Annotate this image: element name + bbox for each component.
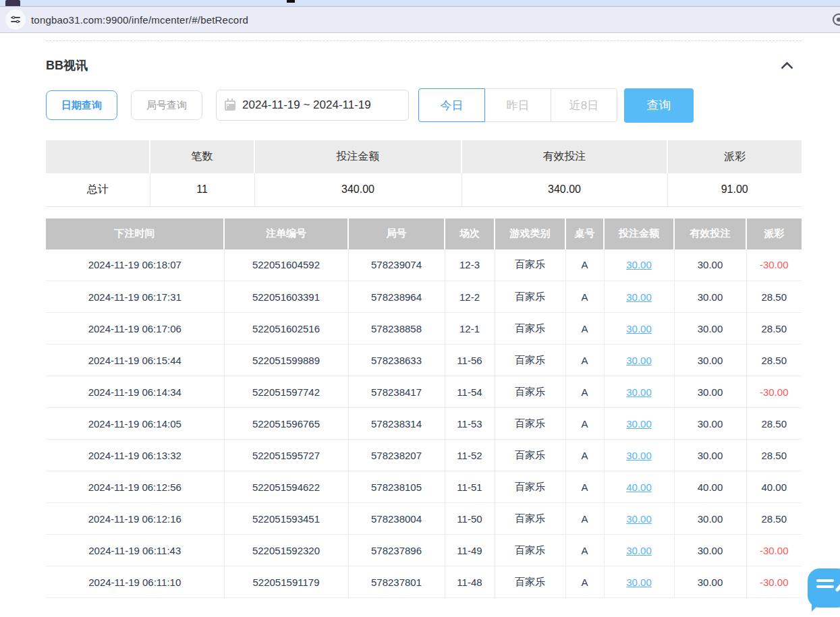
column-header: 注单编号 [224,218,348,249]
bet-amount-link[interactable]: 30.00 [626,545,652,556]
cell-game: 百家乐 [495,535,565,566]
bet-record-page: BB视讯 日期查询 局号查询 2024-11-19 ~ 2024-11-19 今… [0,40,840,598]
site-settings-icon[interactable] [5,9,26,30]
bet-amount-link[interactable]: 30.00 [626,418,652,430]
table-row: 2024-11-19 06:17:31522051603391578238964… [46,281,802,313]
bet-amount-link[interactable]: 30.00 [626,386,652,398]
cell-valid: 40.00 [674,471,746,503]
total-count: 11 [150,173,254,206]
bet-amount-link[interactable]: 30.00 [626,291,652,303]
cell-session: 12-2 [445,281,495,313]
cell-game: 百家乐 [495,471,565,503]
summary-header-payout: 派彩 [667,140,802,173]
reader-mode-icon[interactable] [833,13,840,26]
records-header-row: 下注时间注单编号局号场次游戏类别桌号投注金额有效投注派彩 [46,218,802,249]
table-row: 2024-11-19 06:11:43522051592320578237896… [46,535,802,566]
total-label: 总计 [46,173,150,206]
column-header: 下注时间 [46,218,224,249]
quick-range-last8days-button[interactable]: 近8日 [551,88,617,122]
bet-amount-link[interactable]: 30.00 [626,450,652,461]
cell-game: 百家乐 [495,376,565,408]
table-row: 2024-11-19 06:14:34522051597742578238417… [46,376,802,408]
cell-table: A [565,535,604,566]
cell-round_id: 578237896 [348,535,445,566]
tune-icon [10,14,21,25]
query-mode-date-button[interactable]: 日期查询 [46,90,117,120]
summary-header-row: 笔数 投注金额 有效投注 派彩 [46,140,802,173]
cell-bet: 30.00 [604,566,674,598]
cell-game: 百家乐 [495,566,565,598]
cell-order_id: 522051591179 [224,566,348,598]
cell-table: A [565,566,604,598]
summary-header-bet-amount: 投注金额 [254,140,461,173]
quick-range-group: 今日 昨日 近8日 [418,88,617,122]
cell-payout: 28.50 [746,408,802,440]
search-button[interactable]: 查询 [624,88,694,123]
cell-session: 11-49 [445,535,495,566]
cell-payout: -30.00 [746,376,802,408]
filter-toolbar: 日期查询 局号查询 2024-11-19 ~ 2024-11-19 今日 昨日 … [46,88,802,122]
cell-time: 2024-11-19 06:12:56 [46,471,224,503]
bet-amount-link[interactable]: 40.00 [626,481,652,493]
cell-game: 百家乐 [495,313,565,345]
page-title: BB视讯 [46,57,88,74]
bet-amount-link[interactable]: 30.00 [626,259,652,270]
cell-valid: 30.00 [674,503,746,535]
bet-amount-link[interactable]: 30.00 [626,323,652,334]
cell-payout: -30.00 [746,535,802,566]
table-row: 2024-11-19 06:13:32522051595727578238207… [46,440,802,471]
cell-payout: 28.50 [746,281,802,313]
cell-payout: 28.50 [746,313,802,345]
note-lines-icon [816,579,834,582]
cell-game: 百家乐 [495,503,565,535]
collapse-button[interactable] [780,58,795,73]
query-mode-round-button[interactable]: 局号查询 [131,90,202,120]
bet-amount-link[interactable]: 30.00 [626,513,652,525]
cell-time: 2024-11-19 06:13:32 [46,440,224,471]
cell-order_id: 522051604592 [224,249,348,281]
cell-round_id: 578238105 [348,471,445,503]
cell-payout: -30.00 [746,566,802,598]
table-row: 2024-11-19 06:15:44522051599889578238633… [46,345,802,376]
summary-header-count: 笔数 [150,140,254,173]
browser-url-bar[interactable]: tongbao31.com:9900/infe/mcenter/#/betRec… [0,7,840,33]
cell-session: 11-51 [445,471,495,503]
cell-order_id: 522051594622 [224,471,348,503]
cell-valid: 30.00 [674,249,746,281]
quick-range-yesterday-button[interactable]: 昨日 [484,88,551,122]
cell-game: 百家乐 [495,249,565,281]
cell-time: 2024-11-19 06:12:16 [46,503,224,535]
quick-range-today-button[interactable]: 今日 [418,88,485,122]
total-valid-bet: 340.00 [461,173,667,206]
summary-total-row: 总计 11 340.00 340.00 91.00 [46,173,802,206]
cell-round_id: 578239074 [348,249,445,281]
url-text[interactable]: tongbao31.com:9900/infe/mcenter/#/betRec… [31,14,248,26]
tab-drag-mark [287,0,295,3]
cell-payout: 40.00 [746,471,802,503]
cell-session: 12-3 [445,249,495,281]
cell-order_id: 522051595727 [224,440,348,471]
cell-order_id: 522051599889 [224,345,348,376]
cell-bet: 30.00 [604,313,674,345]
cell-payout: -30.00 [746,249,802,281]
dashed-divider [46,40,802,41]
date-range-picker[interactable]: 2024-11-19 ~ 2024-11-19 [216,90,409,121]
cell-payout: 28.50 [746,440,802,471]
browser-tab-strip [0,0,840,7]
cell-session: 11-52 [445,440,495,471]
cell-order_id: 522051596765 [224,408,348,440]
feedback-float-button[interactable] [808,568,840,608]
cell-payout: 28.50 [746,345,802,376]
cell-session: 11-53 [445,408,495,440]
cell-round_id: 578238314 [348,408,445,440]
pencil-icon [835,579,840,592]
cell-order_id: 522051603391 [224,281,348,313]
cell-bet: 40.00 [604,471,674,503]
bet-amount-link[interactable]: 30.00 [626,577,652,588]
cell-order_id: 522051592320 [224,535,348,566]
column-header: 投注金额 [604,218,674,249]
cell-valid: 30.00 [674,535,746,566]
date-range-value: 2024-11-19 ~ 2024-11-19 [242,98,371,112]
bet-amount-link[interactable]: 30.00 [626,355,652,366]
cell-game: 百家乐 [495,440,565,471]
